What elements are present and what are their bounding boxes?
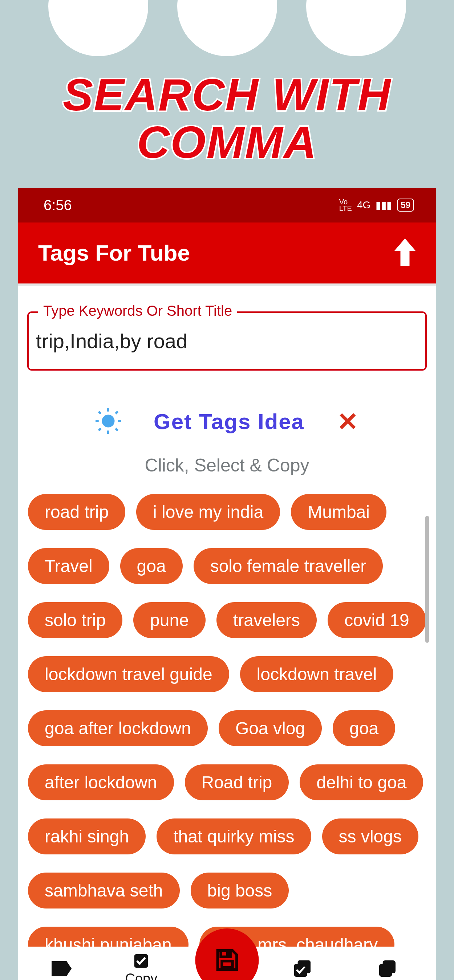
app-title: Tags For Tube	[38, 240, 190, 266]
battery-icon: 59	[397, 199, 414, 212]
deselect-all-button[interactable]: Deselect All	[351, 960, 424, 980]
tag-chip[interactable]: Mumbai	[291, 494, 386, 530]
search-field-wrap: Type Keywords Or Short Title	[27, 312, 427, 371]
search-field-label: Type Keywords Or Short Title	[38, 303, 237, 319]
status-time: 6:56	[44, 197, 72, 213]
tag-chip[interactable]: covid 19	[328, 602, 426, 638]
svg-point-0	[102, 415, 115, 427]
content-area: Type Keywords Or Short Title Get Tags Id…	[18, 286, 436, 980]
status-right: VoLTE 4G ▮▮▮ 59	[339, 199, 414, 212]
tag-chip[interactable]: ss vlogs	[322, 818, 418, 854]
tag-chips: road tripi love my indiaMumbaiTravelgoas…	[28, 494, 426, 980]
save-icon	[214, 947, 240, 973]
tag-chip[interactable]: Road trip	[185, 764, 289, 800]
tag-chip[interactable]: goa	[120, 548, 183, 584]
circle	[306, 0, 406, 56]
tag-chip[interactable]: delhi to goa	[299, 764, 423, 800]
tag-chip[interactable]: sambhava seth	[28, 873, 180, 908]
scrollbar[interactable]	[425, 516, 429, 643]
status-bar: 6:56 VoLTE 4G ▮▮▮ 59	[18, 188, 436, 223]
tag-chip[interactable]: travelers	[217, 602, 317, 638]
select-all-button[interactable]: Select All	[271, 960, 333, 980]
counter-item: 0/500	[31, 960, 92, 980]
tag-chip[interactable]: road trip	[28, 494, 125, 530]
search-input[interactable]	[27, 312, 427, 371]
svg-line-7	[115, 411, 118, 414]
phone-frame: 6:56 VoLTE 4G ▮▮▮ 59 Tags For Tube Type …	[18, 188, 436, 980]
tag-chip[interactable]: after lockdown	[28, 764, 174, 800]
copy-label: CopySelected	[115, 971, 168, 980]
get-tags-button[interactable]: Get Tags Idea	[154, 409, 304, 434]
svg-line-8	[99, 428, 101, 431]
svg-rect-14	[226, 952, 229, 956]
circle	[177, 0, 277, 56]
circle	[48, 0, 148, 56]
decorative-circles	[0, 0, 454, 56]
tag-chip[interactable]: Travel	[28, 548, 109, 584]
tag-chip[interactable]: goa after lockdown	[28, 710, 208, 746]
close-icon[interactable]: ✕	[337, 407, 358, 437]
svg-rect-13	[379, 964, 392, 977]
network-icon: 4G	[357, 199, 370, 211]
tags-area[interactable]: road tripi love my indiaMumbaiTravelgoas…	[24, 494, 430, 980]
app-bar: Tags For Tube	[18, 223, 436, 286]
instruction-text: Click, Select & Copy	[24, 455, 430, 476]
tag-chip[interactable]: solo trip	[28, 602, 123, 638]
tag-chip[interactable]: Goa vlog	[219, 710, 322, 746]
svg-line-6	[115, 428, 118, 431]
tag-chip[interactable]: pune	[133, 602, 205, 638]
signal-icon: ▮▮▮	[376, 199, 392, 211]
upload-icon[interactable]	[394, 239, 416, 267]
lightbulb-icon	[96, 408, 121, 435]
headline-text: SEARCH WITH COMMA	[4, 71, 450, 166]
tag-chip[interactable]: rakhi singh	[28, 818, 146, 854]
tag-chip[interactable]: goa	[333, 710, 395, 746]
volte-icon: VoLTE	[339, 199, 352, 212]
tag-chip[interactable]: lockdown travel	[240, 656, 394, 692]
tag-chip[interactable]: that quirky miss	[156, 818, 311, 854]
get-tags-row: Get Tags Idea ✕	[24, 407, 430, 437]
tag-chip[interactable]: solo female traveller	[194, 548, 383, 584]
tag-chip[interactable]: i love my india	[136, 494, 280, 530]
tag-chip[interactable]: big boss	[191, 873, 289, 908]
tag-chip[interactable]: lockdown travel guide	[28, 656, 229, 692]
svg-line-5	[99, 411, 101, 414]
copy-selected-button[interactable]: CopySelected	[110, 953, 172, 980]
